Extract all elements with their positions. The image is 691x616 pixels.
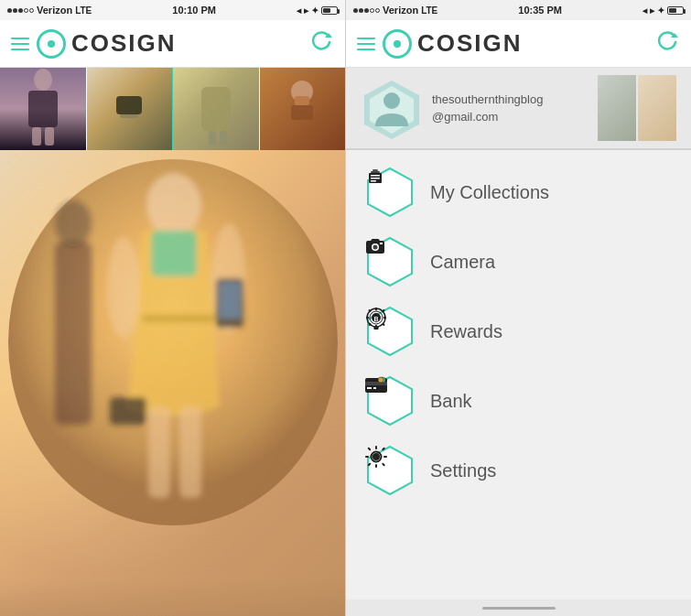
settings-icon (364, 445, 416, 496)
avatar (361, 79, 419, 137)
svg-rect-34 (371, 175, 380, 177)
svg-rect-47 (383, 317, 386, 319)
left-network: LTE (75, 5, 92, 16)
svg-rect-44 (375, 308, 377, 310)
svg-rect-16 (142, 315, 215, 322)
right-app-title: COSIGN (417, 29, 523, 58)
right-refresh-button[interactable] (656, 29, 680, 59)
svg-point-17 (107, 237, 140, 338)
right-hamburger-button[interactable] (357, 38, 375, 50)
bank-icon (364, 375, 416, 427)
svg-rect-7 (201, 87, 231, 131)
right-status-bar: Verizon LTE 10:35 PM ◂ ▸ ✦ (346, 0, 691, 20)
left-main-image (0, 150, 345, 616)
left-refresh-button[interactable] (310, 29, 334, 59)
svg-rect-25 (55, 242, 92, 425)
right-network: LTE (421, 5, 437, 16)
svg-rect-68 (382, 447, 385, 450)
svg-rect-70 (382, 462, 385, 466)
menu-item-rewards[interactable]: B Rewards (346, 297, 691, 366)
svg-rect-6 (120, 114, 138, 118)
left-app-header: COSIGN (0, 20, 345, 68)
svg-rect-23 (110, 397, 146, 425)
svg-rect-46 (366, 317, 369, 319)
left-image-strip (0, 68, 345, 150)
right-phone: Verizon LTE 10:35 PM ◂ ▸ ✦ COSIGN (346, 0, 691, 616)
svg-rect-51 (382, 323, 385, 327)
svg-rect-58 (373, 387, 376, 389)
left-logo-circle (37, 29, 66, 59)
right-logo-circle (383, 29, 412, 59)
svg-rect-66 (383, 456, 387, 458)
location-icon: ◂ (297, 5, 301, 16)
svg-point-62 (372, 453, 380, 460)
svg-rect-57 (367, 387, 372, 389)
home-indicator (482, 607, 556, 610)
menu-item-settings[interactable]: Settings (346, 436, 691, 505)
svg-rect-63 (375, 446, 377, 449)
right-signal-icon: ▸ (650, 5, 654, 16)
svg-rect-65 (365, 456, 369, 458)
svg-rect-20 (219, 282, 241, 319)
rewards-icon: B (364, 306, 416, 357)
menu-item-collections[interactable]: My Collections (346, 157, 691, 227)
svg-point-14 (146, 173, 201, 237)
svg-text:B: B (373, 316, 378, 322)
left-carrier: Verizon (37, 5, 72, 16)
svg-rect-11 (291, 105, 313, 120)
svg-rect-9 (220, 131, 227, 146)
right-logo-dot (394, 40, 401, 48)
svg-rect-40 (380, 243, 383, 244)
svg-rect-64 (375, 464, 377, 468)
signal-icon: ▸ (304, 5, 308, 16)
strip-item-4[interactable] (260, 68, 346, 150)
bluetooth-icon: ✦ (311, 5, 319, 16)
svg-rect-32 (371, 171, 380, 173)
camera-icon (364, 236, 416, 287)
svg-rect-36 (371, 180, 376, 182)
settings-label: Settings (430, 460, 496, 481)
svg-rect-4 (45, 127, 54, 146)
collections-hex (364, 167, 416, 218)
svg-rect-8 (209, 131, 216, 146)
profile-email: thesouthernthingblog @gmail.com (432, 92, 543, 124)
rewards-label: Rewards (430, 321, 502, 342)
collections-icon (364, 167, 416, 218)
strip-item-2[interactable] (87, 68, 174, 150)
menu-item-bank[interactable]: Bank (346, 366, 691, 436)
left-app-logo: COSIGN (37, 29, 310, 59)
profile-strip-2 (638, 75, 676, 141)
svg-rect-69 (367, 462, 371, 466)
svg-rect-22 (179, 406, 201, 498)
svg-rect-3 (32, 127, 41, 146)
svg-rect-67 (367, 447, 371, 450)
strip-item-1[interactable] (0, 68, 87, 150)
svg-rect-12 (295, 96, 309, 105)
right-app-header: COSIGN (346, 20, 691, 68)
svg-rect-21 (148, 406, 170, 498)
svg-rect-35 (371, 178, 380, 179)
camera-label: Camera (430, 252, 495, 273)
right-bottom-bar (346, 600, 691, 616)
svg-point-60 (378, 377, 383, 383)
settings-hex (364, 445, 416, 496)
profile-info: thesouthernthingblog @gmail.com (432, 91, 592, 125)
left-phone: Verizon LTE 10:10 PM ◂ ▸ ✦ COSIGN (0, 0, 346, 616)
strip-item-3[interactable] (173, 68, 260, 150)
bank-hex (364, 375, 416, 427)
svg-point-1 (34, 69, 52, 91)
left-status-bar: Verizon LTE 10:10 PM ◂ ▸ ✦ (0, 0, 345, 20)
left-logo-dot (48, 40, 55, 48)
left-hamburger-button[interactable] (11, 38, 29, 50)
profile-area: thesouthernthingblog @gmail.com (346, 68, 691, 150)
right-carrier: Verizon (383, 5, 418, 16)
camera-hex (364, 236, 416, 287)
svg-rect-49 (382, 309, 385, 313)
menu-item-camera[interactable]: Camera (346, 227, 691, 297)
menu-area: My Collections Camera (346, 150, 691, 600)
bank-label: Bank (430, 391, 472, 412)
right-bluetooth-icon: ✦ (657, 5, 664, 16)
svg-point-39 (373, 245, 378, 250)
right-time: 10:35 PM (518, 5, 562, 16)
right-location-icon: ◂ (642, 5, 647, 16)
